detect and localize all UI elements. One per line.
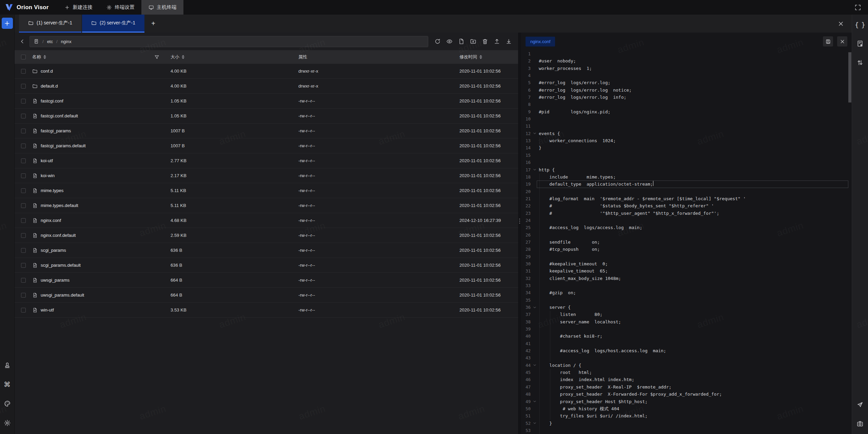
select-all-checkbox[interactable] (21, 55, 26, 59)
table-row[interactable]: uwsgi_params664 B-rw-r--r--2020-11-01 10… (15, 273, 518, 288)
row-checkbox[interactable] (21, 188, 26, 193)
code-text[interactable]: #gzip on; (539, 289, 576, 296)
command-button[interactable]: ⌘ (2, 380, 12, 389)
new-connection-button[interactable] (2, 18, 13, 29)
line-number[interactable]: 37 (521, 311, 531, 318)
code-text[interactable]: worker_processes 1; (539, 65, 592, 72)
code-text[interactable]: keepalive_timeout 65; (539, 267, 608, 275)
filter-icon[interactable] (154, 54, 160, 60)
code-text[interactable]: server { (539, 304, 571, 311)
line-number[interactable]: 32 (521, 275, 531, 282)
code-text[interactable]: default_type application/octet-stream; (539, 181, 653, 188)
table-row[interactable]: mime.types5.11 KB-rw-r--r--2020-11-01 10… (15, 183, 518, 198)
save-button[interactable] (823, 36, 833, 46)
line-number[interactable]: 12 (521, 130, 531, 137)
line-number[interactable]: 38 (521, 318, 531, 325)
theme-button[interactable] (2, 399, 12, 409)
line-number[interactable]: 51 (521, 412, 531, 419)
line-number[interactable]: 44 (521, 362, 531, 369)
line-number[interactable]: 42 (521, 347, 531, 354)
file-name[interactable]: fastcgi.conf.default (41, 113, 78, 118)
file-name[interactable]: fastcgi.conf (41, 98, 63, 103)
line-number[interactable]: 29 (521, 253, 531, 260)
code-text[interactable]: #access_log logs/access.log main; (539, 224, 642, 231)
new-tab-button[interactable]: + (145, 15, 161, 33)
table-row[interactable]: conf.d4.00 KBdrwxr-xr-x2020-11-01 10:02:… (15, 64, 518, 79)
sort-icon[interactable] (43, 54, 46, 60)
file-name[interactable]: mime.types (41, 188, 63, 193)
code-text[interactable]: #log_format main '$remote_addr - $remote… (539, 195, 746, 202)
file-name[interactable]: scgi_params.default (41, 263, 81, 268)
table-row[interactable]: fastcgi.conf1.05 KB-rw-r--r--2020-11-01 … (15, 94, 518, 109)
panel-resize-handle[interactable] (518, 33, 521, 434)
line-number[interactable]: 28 (521, 246, 531, 253)
row-checkbox[interactable] (21, 158, 26, 163)
line-number[interactable]: 17 (521, 166, 531, 173)
file-name[interactable]: win-utf (41, 307, 54, 313)
code-text[interactable]: events { (539, 130, 560, 137)
code-text[interactable]: # '$status $body_bytes_sent "$http_refer… (539, 202, 714, 209)
back-button[interactable] (18, 37, 27, 46)
code-text[interactable]: index index.html index.htm; (539, 376, 634, 383)
line-number[interactable]: 39 (521, 325, 531, 333)
row-checkbox[interactable] (21, 173, 26, 178)
line-number[interactable]: 5 (521, 79, 531, 86)
line-number[interactable]: 24 (521, 217, 531, 224)
line-number[interactable]: 49 (521, 398, 531, 405)
row-checkbox[interactable] (21, 129, 26, 133)
download-button[interactable] (504, 37, 513, 46)
code-text[interactable]: #error_log logs/error.log notice; (539, 87, 632, 94)
file-name[interactable]: nginx.conf.default (41, 233, 76, 238)
table-row[interactable]: nginx.conf4.68 KB-rw-r--r--2024-12-10 16… (15, 213, 518, 228)
line-number[interactable]: 2 (521, 57, 531, 64)
line-number[interactable]: 50 (521, 405, 531, 412)
code-text[interactable]: proxy_set_header X-Forwarded-For $proxy_… (539, 391, 722, 398)
breadcrumb-item[interactable]: nginx (61, 39, 72, 44)
file-bookmark-button[interactable] (855, 39, 865, 49)
breadcrumb-item[interactable]: etc (47, 39, 53, 44)
line-number[interactable]: 36 (521, 304, 531, 311)
code-text[interactable]: client_max_body_size 1048m; (539, 275, 621, 282)
close-editor-button[interactable] (837, 36, 847, 46)
stamp-button[interactable] (2, 360, 12, 370)
line-number[interactable]: 47 (521, 383, 531, 391)
line-number[interactable]: 53 (521, 427, 531, 434)
line-number[interactable]: 7 (521, 94, 531, 101)
table-row[interactable]: uwsgi_params.default664 B-rw-r--r--2020-… (15, 288, 518, 303)
table-row[interactable]: koi-utf2.77 KB-rw-r--r--2020-11-01 10:02… (15, 153, 518, 168)
line-number[interactable]: 9 (521, 108, 531, 115)
file-name[interactable]: mime.types.default (41, 203, 78, 208)
preview-button[interactable] (445, 37, 454, 46)
table-row[interactable]: nginx.conf.default2.59 KB-rw-r--r--2020-… (15, 228, 518, 243)
code-text[interactable]: #charset koi8-r; (539, 333, 603, 340)
menu-item-0[interactable]: 新建连接 (57, 0, 99, 15)
fold-toggle[interactable] (531, 420, 539, 427)
line-number[interactable]: 23 (521, 210, 531, 217)
line-number[interactable]: 41 (521, 340, 531, 347)
file-name[interactable]: uwsgi_params (41, 278, 70, 283)
sort-icon[interactable] (479, 54, 482, 60)
code-text[interactable]: server_name localhost; (539, 318, 621, 325)
file-name[interactable]: koi-utf (41, 158, 53, 163)
breadcrumb[interactable]: /etc/nginx (29, 36, 428, 47)
line-number[interactable]: 30 (521, 260, 531, 267)
table-row[interactable]: scgi_params636 B-rw-r--r--2020-11-01 10:… (15, 243, 518, 258)
row-checkbox[interactable] (21, 308, 26, 313)
line-number[interactable]: 18 (521, 173, 531, 181)
settings-button[interactable] (2, 418, 12, 428)
menu-item-2[interactable]: 主机终端 (141, 0, 183, 15)
code-text[interactable]: location / { (539, 362, 581, 369)
line-number[interactable]: 48 (521, 391, 531, 398)
code-text[interactable]: } (539, 420, 552, 427)
fold-toggle[interactable] (531, 398, 539, 405)
line-number[interactable]: 26 (521, 231, 531, 239)
file-name[interactable]: default.d (41, 83, 58, 89)
table-row[interactable]: koi-win2.17 KB-rw-r--r--2020-11-01 10:02… (15, 168, 518, 183)
code-text[interactable]: #keepalive_timeout 0; (539, 260, 608, 267)
row-checkbox[interactable] (21, 69, 26, 74)
table-row[interactable]: default.d4.00 KBdrwxr-xr-x2020-11-01 10:… (15, 79, 518, 94)
file-name[interactable]: koi-win (41, 173, 55, 178)
line-number[interactable]: 33 (521, 282, 531, 289)
code-text[interactable]: try_files $uri $uri/ /index.html; (539, 412, 648, 419)
fullscreen-button[interactable] (853, 3, 863, 12)
